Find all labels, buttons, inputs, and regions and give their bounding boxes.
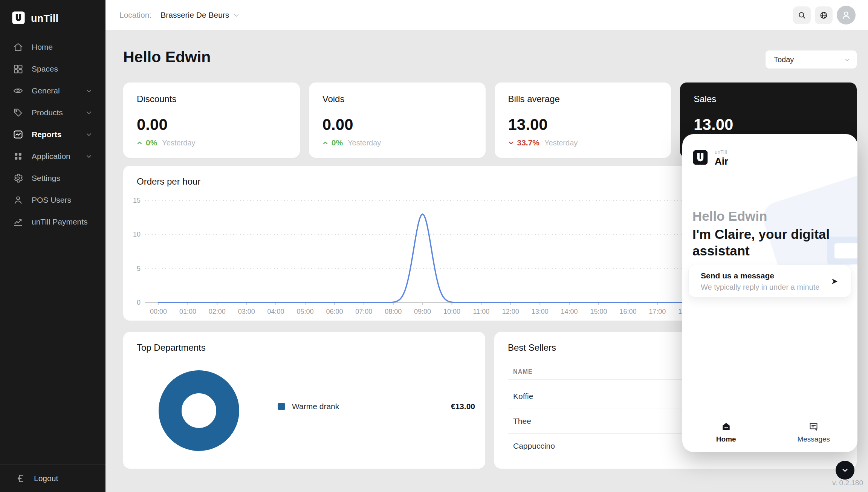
sidebar-item-settings[interactable]: Settings (0, 167, 105, 189)
chevron-down-icon (85, 109, 93, 116)
svg-text:13:00: 13:00 (532, 308, 549, 315)
stat-delta: 33.7% Yesterday (507, 138, 578, 147)
tag-icon (13, 107, 23, 118)
stat-value: 13.00 (694, 116, 733, 134)
language-button[interactable] (815, 6, 833, 24)
svg-text:0: 0 (137, 299, 141, 306)
apps-grid-icon (13, 151, 23, 162)
home-icon (13, 42, 23, 52)
sidebar-item-application[interactable]: Application (0, 145, 105, 167)
table-row[interactable]: Thee (513, 417, 531, 426)
sidebar-item-spaces[interactable]: Spaces (0, 58, 105, 80)
stat-label: Discounts (137, 94, 176, 104)
date-filter-value: Today (774, 55, 794, 64)
eye-icon (13, 86, 23, 96)
stat-value: 13.00 (508, 116, 548, 134)
svg-text:02:00: 02:00 (209, 308, 226, 315)
spaces-icon (13, 64, 23, 74)
globe-icon (819, 11, 828, 20)
avatar-person-icon (840, 9, 852, 21)
chevron-down-icon (85, 153, 93, 160)
sidebar-item-label: General (32, 86, 60, 95)
legend-swatch (278, 403, 285, 410)
stat-label: Voids (322, 94, 345, 104)
svg-text:12:00: 12:00 (502, 308, 519, 315)
sidebar-item-general[interactable]: General (0, 80, 105, 102)
brand-name: unTill (31, 13, 58, 24)
search-button[interactable] (793, 6, 811, 24)
caret-down-icon (507, 139, 515, 147)
logout-button[interactable]: Logout (0, 464, 105, 492)
minimize-chat-button[interactable] (836, 461, 854, 480)
svg-text:10: 10 (133, 231, 141, 238)
stat-value: 0.00 (137, 116, 168, 134)
chat-nav-home[interactable]: Home (682, 413, 770, 452)
top-departments-card: Top Departments Warme drank €13.00 (123, 332, 485, 469)
sidebar-item-label: Reports (32, 130, 61, 139)
sidebar-item-pos-users[interactable]: POS Users (0, 189, 105, 211)
chat-intro: I'm Claire, your digital assistant (692, 226, 840, 259)
chevron-down-icon (85, 87, 93, 95)
location-label: Location: (119, 11, 151, 20)
svg-text:10:00: 10:00 (443, 308, 460, 315)
brand-logo[interactable]: unTill (11, 11, 58, 26)
chat-brand-small: unTill (715, 149, 728, 155)
sidebar-item-untill-payments[interactable]: unTill Payments (0, 211, 105, 233)
search-icon (798, 11, 806, 20)
untill-air-logo-icon (692, 149, 709, 167)
chevron-down-icon (841, 466, 849, 474)
user-icon (13, 195, 23, 205)
logout-label: Logout (34, 474, 58, 483)
caret-up-icon (136, 139, 143, 147)
sidebar-item-label: Spaces (32, 64, 58, 73)
chat-hero: unTill Air Hello Edwin I'm Claire, your … (682, 134, 857, 452)
sidebar-item-reports[interactable]: Reports (0, 124, 105, 145)
svg-text:06:00: 06:00 (326, 308, 343, 315)
svg-text:09:00: 09:00 (414, 308, 431, 315)
legend-value: €13.00 (451, 402, 475, 411)
sidebar-item-label: POS Users (32, 196, 71, 205)
gear-icon (13, 173, 23, 183)
sidebar-item-label: Settings (32, 174, 60, 183)
location-selector[interactable]: Location: Brasserie De Beurs (119, 0, 240, 30)
sidebar-item-products[interactable]: Products (0, 102, 105, 124)
chat-assistant-widget: unTill Air Hello Edwin I'm Claire, your … (682, 134, 857, 452)
stat-value: 0.00 (322, 116, 353, 134)
chat-nav: Home Messages (682, 413, 857, 452)
stat-delta: 0% Yesterday (322, 138, 381, 147)
logout-icon (17, 474, 26, 483)
svg-text:08:00: 08:00 (385, 308, 402, 315)
report-chart-icon (13, 129, 23, 140)
cta-title: Send us a message (701, 271, 774, 280)
svg-text:15:00: 15:00 (590, 308, 607, 315)
page-title: Hello Edwin (123, 48, 211, 66)
location-value[interactable]: Brasserie De Beurs (160, 11, 229, 20)
chat-nav-messages[interactable]: Messages (770, 413, 858, 452)
svg-text:07:00: 07:00 (355, 308, 372, 315)
sidebar: unTill Home Spaces General Products (0, 0, 105, 492)
sidebar-item-home[interactable]: Home (0, 36, 105, 58)
arrow-right-icon (830, 277, 839, 286)
app-version: v. 0.2.180 (832, 479, 863, 487)
svg-text:00:00: 00:00 (150, 308, 167, 315)
stat-label: Sales (694, 94, 716, 104)
messages-icon (808, 422, 819, 432)
svg-text:01:00: 01:00 (179, 308, 196, 315)
send-message-card[interactable]: Send us a message We typically reply in … (688, 265, 851, 297)
chevron-down-icon (85, 131, 93, 138)
stat-card-voids: Voids 0.00 0% Yesterday (309, 83, 486, 158)
stat-label: Bills average (508, 94, 560, 104)
stat-delta: 0% Yesterday (136, 138, 196, 147)
table-row[interactable]: Koffie (513, 392, 533, 401)
chat-greeting: Hello Edwin (692, 209, 767, 224)
date-filter-select[interactable]: Today (766, 50, 857, 69)
legend-label: Warme drank (292, 402, 339, 411)
svg-text:03:00: 03:00 (238, 308, 255, 315)
svg-text:5: 5 (137, 265, 141, 272)
table-row[interactable]: Cappuccino (513, 442, 555, 451)
cta-subtitle: We typically reply in under a minute (701, 283, 819, 292)
payments-chart-icon (13, 217, 23, 227)
user-avatar[interactable] (837, 6, 856, 24)
column-header-name: NAME (513, 368, 533, 375)
chevron-down-icon (844, 56, 851, 63)
